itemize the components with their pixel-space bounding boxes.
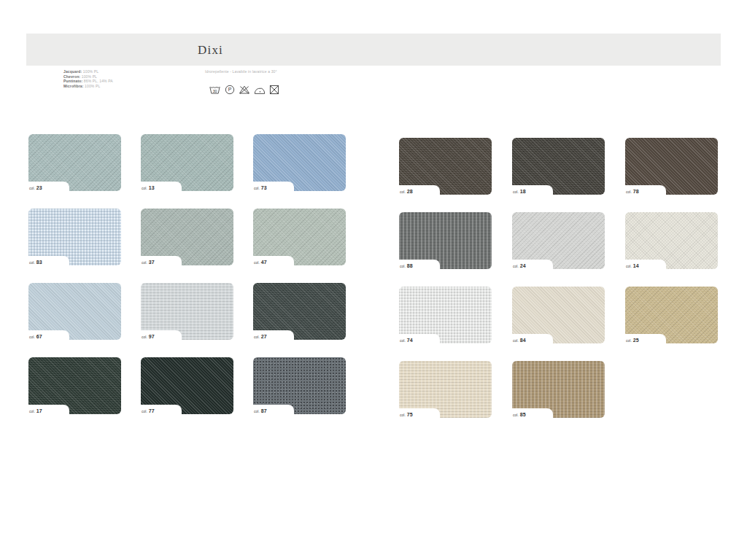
- swatch-label-prefix: col.: [254, 409, 260, 414]
- swatch-label-prefix: col.: [400, 264, 406, 269]
- swatch-label-notch: col.28: [399, 185, 440, 195]
- swatch-label-prefix: col.: [29, 335, 35, 340]
- composition-value: 100% PL: [85, 84, 100, 88]
- swatch-label-number: 24: [520, 263, 526, 269]
- swatch-label-notch: col.24: [512, 260, 553, 269]
- swatch-label-notch: col.14: [625, 260, 666, 269]
- right-grid: col.28col.18col.78col.88col.24col.14col.…: [399, 138, 718, 418]
- swatch-label-notch: col.25: [625, 334, 666, 343]
- swatch-label-notch: col.47: [253, 256, 294, 265]
- swatch-label-notch: col.37: [141, 256, 182, 265]
- fabric-swatch-col-97: col.97: [141, 283, 233, 340]
- swatch-label-notch: col.27: [253, 330, 294, 340]
- swatch-label-number: 17: [36, 408, 42, 414]
- swatch-label-number: 28: [407, 189, 413, 195]
- composition-list: Jacquard: 100% PL Chevron: 100% PL Punti…: [63, 69, 113, 88]
- fabric-swatch-col-14: col.14: [625, 212, 718, 269]
- swatch-label-number: 84: [520, 338, 526, 343]
- catalog-page: Dixi Jacquard: 100% PL Chevron: 100% PL …: [0, 0, 747, 560]
- swatch-label-prefix: col.: [513, 338, 519, 343]
- swatch-label-notch: col.23: [28, 182, 69, 191]
- swatch-label-prefix: col.: [513, 190, 519, 195]
- fabric-swatch-col-23: col.23: [28, 134, 121, 191]
- swatch-label-prefix: col.: [626, 338, 632, 343]
- swatch-label-notch: col.75: [399, 408, 440, 418]
- swatch-label-number: 85: [520, 412, 526, 418]
- wash-30-icon: 30: [209, 85, 221, 95]
- svg-text:30: 30: [213, 89, 217, 93]
- fabric-swatch-col-18: col.18: [512, 138, 605, 195]
- svg-text:P: P: [228, 87, 232, 92]
- swatch-label-prefix: col.: [400, 338, 406, 343]
- swatch-label-number: 97: [149, 334, 155, 340]
- swatch-label-prefix: col.: [626, 190, 632, 195]
- swatch-label-prefix: col.: [142, 335, 147, 340]
- swatch-label-number: 67: [36, 334, 42, 340]
- composition-label: Microfibra:: [63, 84, 84, 88]
- fabric-swatch-col-25: col.25: [625, 287, 718, 343]
- swatch-label-notch: col.87: [253, 405, 294, 414]
- fabric-swatch-col-77: col.77: [141, 357, 233, 414]
- swatch-label-number: 74: [407, 338, 413, 343]
- fabric-swatch-col-84: col.84: [512, 287, 605, 343]
- swatch-label-number: 14: [633, 263, 639, 269]
- swatch-label-notch: col.77: [141, 405, 182, 414]
- swatch-label-prefix: col.: [626, 264, 632, 269]
- swatch-label-number: 88: [407, 263, 413, 269]
- fabric-swatch-col-85: col.85: [512, 361, 605, 418]
- composition-label: Chevron:: [63, 74, 80, 79]
- swatch-label-prefix: col.: [254, 186, 260, 191]
- left-grid: col.23col.13col.73col.83col.37col.47col.…: [28, 134, 346, 414]
- fabric-swatch-col-67: col.67: [28, 283, 121, 340]
- swatch-label-number: 23: [36, 185, 42, 191]
- swatch-label-prefix: col.: [254, 335, 260, 340]
- swatch-label-notch: col.17: [28, 405, 69, 414]
- swatch-label-notch: col.13: [141, 182, 182, 191]
- swatch-label-prefix: col.: [29, 260, 35, 265]
- swatch-label-number: 77: [149, 408, 155, 414]
- swatch-label-notch: col.83: [28, 256, 69, 265]
- swatch-label-prefix: col.: [513, 264, 519, 269]
- care-symbols: 30 P: [209, 85, 279, 95]
- fabric-swatch-col-17: col.17: [28, 357, 121, 414]
- swatch-label-prefix: col.: [513, 413, 519, 418]
- do-not-tumble-dry-icon: [269, 85, 279, 95]
- composition-value: 100% PL: [82, 74, 97, 79]
- swatch-label-number: 37: [149, 260, 155, 265]
- swatch-label-prefix: col.: [142, 409, 147, 414]
- swatch-label-prefix: col.: [142, 260, 147, 265]
- iron-icon: [254, 85, 266, 95]
- fabric-swatch-col-75: col.75: [399, 361, 492, 418]
- composition-value: 86% PL, 14% PA: [84, 79, 113, 83]
- swatch-label-notch: col.97: [141, 330, 182, 340]
- fabric-swatch-col-37: col.37: [141, 209, 233, 265]
- fabric-swatch-col-27: col.27: [253, 283, 346, 340]
- swatch-label-number: 78: [633, 189, 639, 195]
- fabric-swatch-col-47: col.47: [253, 209, 346, 265]
- composition-label: Jacquard:: [63, 69, 82, 74]
- swatch-label-number: 83: [36, 260, 42, 265]
- composition-value: 100% PL: [83, 69, 98, 74]
- fabric-swatch-col-83: col.83: [28, 209, 121, 265]
- swatch-label-number: 73: [261, 185, 267, 191]
- fabric-swatch-col-24: col.24: [512, 212, 605, 269]
- swatch-label-notch: col.73: [253, 182, 294, 191]
- fabric-swatch-col-28: col.28: [399, 138, 492, 195]
- swatch-label-prefix: col.: [142, 186, 147, 191]
- swatch-label-number: 75: [407, 412, 413, 418]
- swatch-label-notch: col.18: [512, 185, 553, 195]
- do-not-bleach-icon: [239, 85, 250, 95]
- swatch-label-number: 13: [149, 185, 155, 191]
- fabric-swatch-col-74: col.74: [399, 287, 492, 343]
- swatch-label-number: 27: [261, 334, 267, 340]
- swatch-label-prefix: col.: [29, 409, 35, 414]
- swatch-label-notch: col.85: [512, 408, 553, 418]
- page-title: Dixi: [198, 43, 223, 58]
- header-bar: [26, 34, 721, 66]
- fabric-swatch-col-13: col.13: [141, 134, 233, 191]
- fabric-swatch-col-78: col.78: [625, 138, 718, 195]
- fabric-swatch-col-88: col.88: [399, 212, 492, 269]
- swatch-label-prefix: col.: [400, 413, 406, 418]
- swatch-label-notch: col.88: [399, 260, 440, 269]
- swatch-label-prefix: col.: [400, 190, 406, 195]
